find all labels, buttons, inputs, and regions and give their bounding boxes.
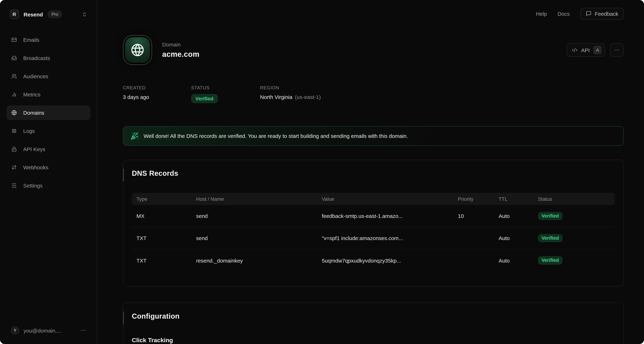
code-icon xyxy=(572,47,578,53)
resend-logo-letter: R xyxy=(12,12,16,17)
column-ttl: TTL xyxy=(499,196,538,202)
status-badge: Verified xyxy=(538,234,562,242)
sidebar-item-metrics[interactable]: Metrics xyxy=(6,87,90,102)
column-status: Status xyxy=(538,196,610,202)
sidebar-item-broadcasts[interactable]: Broadcasts xyxy=(6,51,90,65)
configuration-title: Configuration xyxy=(132,312,615,320)
column-host: Host / Name xyxy=(196,196,322,202)
sliders-icon xyxy=(12,183,17,188)
avatar-initial: Y xyxy=(14,328,16,333)
cell-ttl: Auto xyxy=(499,213,538,219)
table-row[interactable]: TXT resend._domainkey 5uqmdw7qpxudkyvdon… xyxy=(132,249,615,272)
domain-avatar xyxy=(123,35,152,65)
bar-chart-icon xyxy=(12,92,17,97)
sidebar-item-emails[interactable]: Emails xyxy=(6,32,90,47)
column-priority: Priority xyxy=(458,196,499,202)
sidebar-item-audiences[interactable]: Audiences xyxy=(6,69,90,84)
dns-table-header: Type Host / Name Value Priority TTL Stat… xyxy=(132,193,615,205)
cell-priority: 10 xyxy=(458,213,499,219)
banner-message: Well done! All the DNS records are verif… xyxy=(144,133,408,139)
more-options-button[interactable] xyxy=(610,43,624,57)
ellipsis-icon xyxy=(614,47,620,53)
table-row[interactable]: MX send feedback-smtp.us-east-1.amazo...… xyxy=(132,205,615,227)
globe-large-icon xyxy=(130,42,145,58)
api-shortcut-key: A xyxy=(593,46,602,54)
sidebar-item-label: Metrics xyxy=(23,92,40,98)
success-banner: Well done! All the DNS records are verif… xyxy=(123,126,624,146)
created-label: CREATED xyxy=(123,85,191,90)
topbar: Help Docs Feedback xyxy=(123,8,624,20)
meta-created: CREATED 3 days ago xyxy=(123,85,191,103)
region-value: North Virginia xyxy=(260,94,292,100)
app-viewport: R Resend Pro Emails xyxy=(0,0,644,344)
created-value: 3 days ago xyxy=(123,94,191,100)
mail-icon xyxy=(12,37,17,42)
plan-badge: Pro xyxy=(48,10,62,18)
sidebar-item-webhooks[interactable]: Webhooks xyxy=(6,160,90,175)
sidebar-item-label: Webhooks xyxy=(23,164,48,170)
cell-type: MX xyxy=(136,213,196,219)
party-popper-icon xyxy=(131,132,138,140)
page-title-domain-name: acme.com xyxy=(162,50,200,58)
sidebar-item-label: Audiences xyxy=(23,73,48,79)
chevrons-up-down-icon[interactable] xyxy=(82,12,87,17)
brand-name: Resend xyxy=(24,11,43,17)
workspace-switcher[interactable]: R Resend Pro xyxy=(0,0,97,19)
status-label: STATUS xyxy=(191,85,260,90)
status-badge: Verified xyxy=(538,256,562,265)
dns-records-card: DNS Records Type Host / Name Value Prior… xyxy=(123,160,624,286)
sidebar-item-label: Settings xyxy=(23,182,42,188)
sidebar-nav: Emails Broadcasts Audiences xyxy=(0,32,97,196)
cell-host: send xyxy=(196,235,322,241)
sidebar: R Resend Pro Emails xyxy=(0,0,97,344)
domain-meta: CREATED 3 days ago STATUS Verified REGIO… xyxy=(123,85,624,103)
cell-value: 5uqmdw7qpxudkyvdonqzy35kp... xyxy=(322,257,458,264)
help-link[interactable]: Help xyxy=(536,10,547,16)
rows-icon xyxy=(12,128,17,134)
resend-app-window: R Resend Pro Emails xyxy=(0,0,644,344)
user-email: you@domain.... xyxy=(24,328,61,334)
user-menu-row[interactable]: Y you@domain.... xyxy=(0,326,97,344)
feedback-button[interactable]: Feedback xyxy=(580,8,624,20)
feedback-label: Feedback xyxy=(595,10,618,16)
users-icon xyxy=(12,74,17,79)
region-code: (us-east-1) xyxy=(295,94,321,100)
dns-records-title: DNS Records xyxy=(132,169,615,178)
domain-header: Domain acme.com API A xyxy=(123,35,624,65)
inbox-icon xyxy=(12,55,17,61)
api-button-label: API xyxy=(581,47,590,53)
cell-host: resend._domainkey xyxy=(196,257,322,264)
meta-status: STATUS Verified xyxy=(191,85,260,103)
cell-type: TXT xyxy=(136,235,196,241)
cell-host: send xyxy=(196,213,322,219)
meta-region: REGION North Virginia (us-east-1) xyxy=(260,85,321,103)
api-button[interactable]: API A xyxy=(566,43,605,57)
region-label: REGION xyxy=(260,85,321,90)
cell-value: "v=spf1 include:amazonses.com... xyxy=(322,235,458,241)
message-square-icon xyxy=(586,11,592,16)
cell-ttl: Auto xyxy=(499,257,538,264)
cell-type: TXT xyxy=(136,257,196,264)
sidebar-item-label: Emails xyxy=(23,37,39,43)
main-content: Help Docs Feedback xyxy=(97,0,644,344)
sidebar-item-label: Broadcasts xyxy=(23,55,50,61)
section-accent-notch xyxy=(123,168,124,182)
column-value: Value xyxy=(322,196,458,202)
cell-ttl: Auto xyxy=(499,235,538,241)
sidebar-item-label: API Keys xyxy=(23,146,45,152)
click-tracking-label: Click Tracking xyxy=(132,337,615,344)
sidebar-item-logs[interactable]: Logs xyxy=(6,124,90,138)
domain-eyebrow-label: Domain xyxy=(162,42,200,48)
sidebar-item-settings[interactable]: Settings xyxy=(6,178,90,193)
globe-icon xyxy=(12,110,17,116)
ellipsis-icon[interactable] xyxy=(80,328,86,333)
sidebar-item-domains[interactable]: Domains xyxy=(6,106,90,120)
docs-link[interactable]: Docs xyxy=(558,10,570,16)
avatar: Y xyxy=(11,326,19,334)
resend-logo: R xyxy=(10,10,19,19)
section-accent-notch xyxy=(123,312,124,324)
table-row[interactable]: TXT send "v=spf1 include:amazonses.com..… xyxy=(132,227,615,249)
status-badge: Verified xyxy=(191,94,218,103)
sidebar-item-api-keys[interactable]: API Keys xyxy=(6,142,90,156)
cell-value: feedback-smtp.us-east-1.amazo... xyxy=(322,213,458,219)
